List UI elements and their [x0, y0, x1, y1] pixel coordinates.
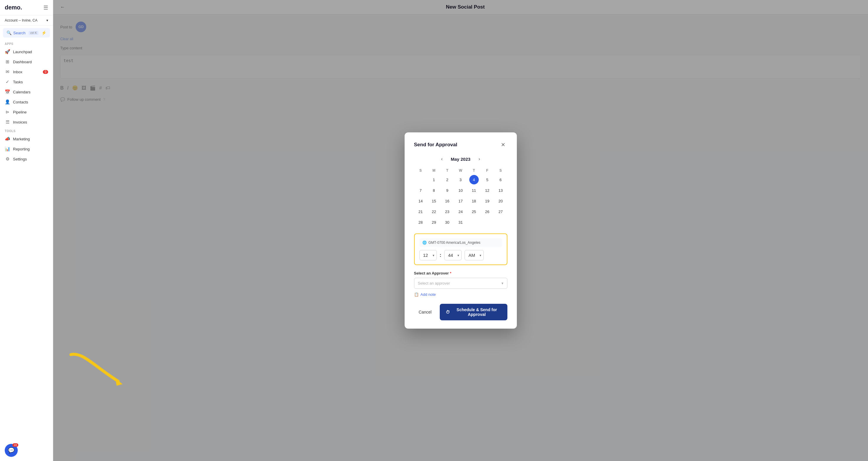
sidebar: demo. ☰ Account -- Irvine, CA ▾ 🔍 Search…	[0, 0, 53, 461]
cal-day-4[interactable]: 4	[469, 175, 479, 184]
cal-day-8[interactable]: 8	[429, 185, 439, 195]
settings-icon: ⚙	[5, 156, 10, 162]
chat-icon[interactable]: 💬 18	[5, 444, 18, 457]
cal-day-header-s2: S	[494, 167, 507, 174]
chat-badge: 18	[12, 443, 18, 447]
cal-day-header-s: S	[414, 167, 427, 174]
minute-select[interactable]: 00051015 20253035 4044455055	[444, 250, 462, 260]
search-bar[interactable]: 🔍 Search ctrl K ⚡	[3, 28, 50, 37]
pipeline-icon: ⊳	[5, 109, 10, 115]
sidebar-item-marketing[interactable]: 📣 Marketing	[0, 134, 53, 144]
account-selector[interactable]: Account -- Irvine, CA ▾	[0, 16, 53, 26]
schedule-icon: ⏱	[446, 310, 450, 314]
cal-day-24[interactable]: 24	[456, 207, 465, 216]
cal-day-26[interactable]: 26	[483, 207, 492, 216]
cal-day-header-w: W	[454, 167, 467, 174]
calendar-next-button[interactable]: ›	[475, 155, 484, 163]
search-icon: 🔍	[6, 30, 11, 35]
cal-day-9[interactable]: 9	[442, 185, 452, 195]
cal-day-empty	[416, 175, 425, 184]
required-marker: *	[450, 271, 451, 276]
time-picker: 1234 5678 9101112 : 00051015 20253035 40…	[420, 250, 502, 260]
cal-day-2[interactable]: 2	[442, 175, 452, 184]
sidebar-item-tasks[interactable]: ✓ Tasks	[0, 77, 53, 87]
marketing-icon: 📣	[5, 136, 10, 142]
timezone-row: 🌐 GMT-0700 America/Los_Angeles	[420, 238, 502, 247]
calendar: ‹ May 2023 › S M T W T F S 1 2	[414, 155, 507, 228]
chevron-down-icon: ▾	[46, 18, 48, 23]
cal-day-14[interactable]: 14	[416, 196, 425, 206]
send-for-approval-modal: Send for Approval ✕ ‹ May 2023 › S M T W…	[405, 133, 517, 328]
cal-day-30[interactable]: 30	[442, 218, 452, 227]
sidebar-item-inbox[interactable]: ✉ Inbox 0	[0, 67, 53, 77]
add-note-button[interactable]: 📋 Add note	[414, 292, 507, 297]
cal-day-27[interactable]: 27	[496, 207, 505, 216]
sidebar-item-settings[interactable]: ⚙ Settings	[0, 154, 53, 164]
period-select[interactable]: AMPM	[465, 250, 484, 260]
sidebar-item-label: Dashboard	[13, 60, 32, 64]
cal-day-15[interactable]: 15	[429, 196, 439, 206]
cal-day-6[interactable]: 6	[496, 175, 505, 184]
search-arrow-icon: ⚡	[41, 30, 46, 35]
minute-select-wrapper: 00051015 20253035 4044455055	[444, 250, 462, 260]
cal-day-28[interactable]: 28	[416, 218, 425, 227]
sidebar-item-label: Marketing	[13, 137, 30, 141]
cal-day-5[interactable]: 5	[483, 175, 492, 184]
cal-day-empty3	[483, 218, 492, 227]
sidebar-item-label: Reporting	[13, 147, 30, 151]
modal-title: Send for Approval	[414, 142, 458, 148]
calendar-grid: S M T W T F S 1 2 3 4 5 6 7	[414, 167, 507, 228]
cal-day-3[interactable]: 3	[456, 175, 465, 184]
sidebar-item-pipeline[interactable]: ⊳ Pipeline	[0, 107, 53, 117]
sidebar-item-launchpad[interactable]: 🚀 Launchpad	[0, 47, 53, 57]
approver-label: Select an Approver *	[414, 271, 507, 276]
search-label: Search	[13, 31, 25, 35]
approver-placeholder: Select an approver	[418, 281, 450, 285]
cal-day-20[interactable]: 20	[496, 196, 505, 206]
modal-header: Send for Approval ✕	[414, 141, 507, 149]
cal-day-header-t1: T	[441, 167, 454, 174]
cal-day-23[interactable]: 23	[442, 207, 452, 216]
logo: demo.	[5, 4, 22, 11]
cal-day-13[interactable]: 13	[496, 185, 505, 195]
hamburger-icon[interactable]: ☰	[43, 4, 48, 11]
cal-day-10[interactable]: 10	[456, 185, 465, 195]
schedule-send-button[interactable]: ⏱ Schedule & Send for Approval	[440, 304, 507, 320]
cal-day-19[interactable]: 19	[483, 196, 492, 206]
modal-footer: Cancel ⏱ Schedule & Send for Approval	[414, 304, 507, 320]
calendar-prev-button[interactable]: ‹	[438, 155, 446, 163]
sidebar-item-label: Settings	[13, 157, 27, 161]
cal-day-25[interactable]: 25	[469, 207, 479, 216]
tasks-icon: ✓	[5, 79, 10, 85]
sidebar-item-calendars[interactable]: 📅 Calendars	[0, 87, 53, 97]
period-select-wrapper: AMPM	[465, 250, 484, 260]
cal-day-18[interactable]: 18	[469, 196, 479, 206]
cal-day-12[interactable]: 12	[483, 185, 492, 195]
cal-day-17[interactable]: 17	[456, 196, 465, 206]
approver-select[interactable]: Select an approver ▾	[414, 278, 507, 289]
cal-day-29[interactable]: 29	[429, 218, 439, 227]
cal-day-31[interactable]: 31	[456, 218, 465, 227]
cancel-button[interactable]: Cancel	[414, 307, 436, 317]
cal-day-7[interactable]: 7	[416, 185, 425, 195]
cal-day-11[interactable]: 11	[469, 185, 479, 195]
sidebar-item-invoices[interactable]: ☰ Invoices	[0, 117, 53, 127]
close-modal-button[interactable]: ✕	[499, 141, 507, 149]
sidebar-item-label: Calendars	[13, 90, 30, 94]
launchpad-icon: 🚀	[5, 49, 10, 54]
cal-day-1[interactable]: 1	[429, 175, 439, 184]
sidebar-item-dashboard[interactable]: ⊞ Dashboard	[0, 57, 53, 67]
cal-day-21[interactable]: 21	[416, 207, 425, 216]
sidebar-item-contacts[interactable]: 👤 Contacts	[0, 97, 53, 107]
cal-day-header-t2: T	[467, 167, 480, 174]
add-note-icon: 📋	[414, 292, 419, 297]
cal-day-22[interactable]: 22	[429, 207, 439, 216]
search-shortcut: ctrl K	[29, 31, 38, 35]
sidebar-item-reporting[interactable]: 📊 Reporting	[0, 144, 53, 154]
cal-day-16[interactable]: 16	[442, 196, 452, 206]
account-label: Account -- Irvine, CA	[5, 18, 37, 23]
sidebar-item-label: Invoices	[13, 120, 27, 124]
contacts-icon: 👤	[5, 99, 10, 105]
add-note-label: Add note	[421, 292, 436, 297]
hour-select[interactable]: 1234 5678 9101112	[420, 250, 437, 260]
